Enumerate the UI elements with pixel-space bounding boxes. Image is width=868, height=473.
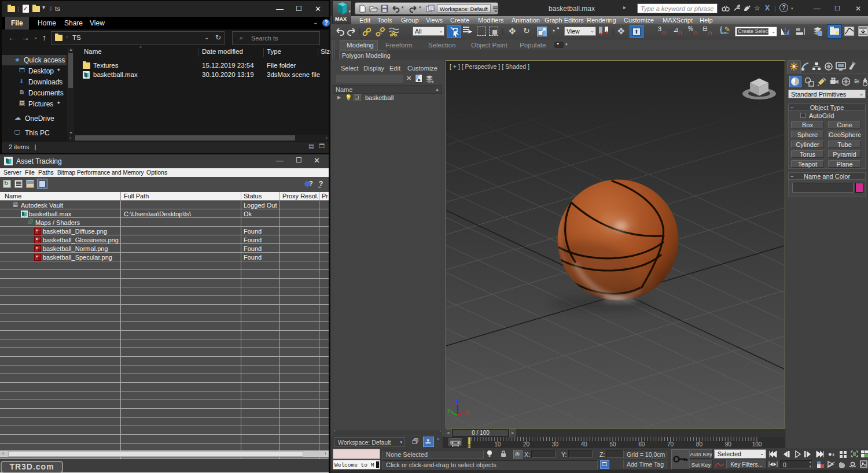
svg-text:0: 0 [468,443,471,448]
svg-text:100: 100 [752,441,762,448]
svg-text:z: z [456,398,459,404]
svg-text:50: 50 [609,441,616,448]
svg-text:y: y [447,407,450,413]
svg-text:30: 30 [552,441,559,448]
svg-text:70: 70 [667,441,674,448]
svg-text:10: 10 [494,441,501,448]
svg-text:20: 20 [523,441,530,448]
svg-text:80: 80 [696,441,703,448]
svg-text:60: 60 [638,441,645,448]
svg-text:x: x [466,409,469,415]
svg-text:?: ? [309,180,313,187]
svg-text:?: ? [319,180,323,188]
svg-text:40: 40 [581,441,588,448]
svg-text:90: 90 [725,441,732,448]
